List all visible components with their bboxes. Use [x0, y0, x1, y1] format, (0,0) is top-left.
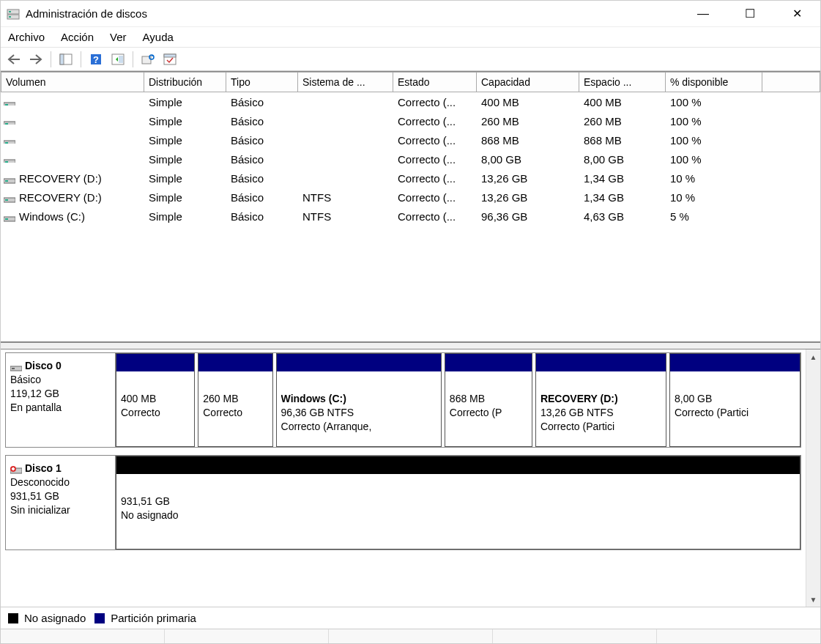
volume-capacity: 868 MB — [477, 134, 579, 147]
splitter[interactable] — [1, 342, 820, 349]
volume-icon — [4, 117, 15, 125]
close-button[interactable]: ✕ — [784, 4, 810, 24]
partition-body: 868 MBCorrecto (P — [445, 371, 532, 446]
partition-header — [277, 354, 441, 371]
volume-layout: Simple — [144, 191, 226, 204]
partitions: 400 MBCorrecto260 MBCorrectoWindows (C:)… — [116, 353, 800, 447]
col-filesystem[interactable]: Sistema de ... — [298, 72, 393, 92]
volume-name: RECOVERY (D:) — [19, 191, 102, 204]
swatch-unallocated — [8, 613, 18, 623]
volume-row[interactable]: RECOVERY (D:)SimpleBásicoNTFSCorrecto (.… — [1, 188, 820, 207]
action-button[interactable] — [109, 51, 127, 68]
disk-row[interactable]: Disco 1Desconocido931,51 GBSin inicializ… — [5, 455, 801, 550]
swatch-primary — [94, 613, 105, 623]
col-layout[interactable]: Distribución — [144, 72, 226, 92]
forward-button[interactable] — [27, 51, 45, 68]
partition-header — [536, 354, 666, 371]
col-freespace[interactable]: Espacio ... — [579, 72, 666, 92]
primary-partition[interactable]: 400 MBCorrecto — [116, 353, 195, 447]
volume-list-header: Volumen Distribución Tipo Sistema de ...… — [1, 72, 820, 92]
volume-row[interactable]: SimpleBásicoCorrecto (...260 MB260 MB100… — [1, 111, 820, 130]
col-pctfree[interactable]: % disponible — [666, 72, 762, 92]
volume-row[interactable]: SimpleBásicoCorrecto (...868 MB868 MB100… — [1, 130, 820, 149]
titlebar: Administración de discos — ☐ ✕ — [1, 1, 820, 27]
primary-partition[interactable]: RECOVERY (D:)13,26 GB NTFSCorrecto (Part… — [535, 353, 666, 447]
volume-row[interactable]: Windows (C:)SimpleBásicoNTFSCorrecto (..… — [1, 207, 820, 226]
volume-row[interactable]: RECOVERY (D:)SimpleBásicoCorrecto (...13… — [1, 169, 820, 188]
volume-free: 8,00 GB — [579, 153, 666, 166]
unallocated-partition[interactable]: 931,51 GBNo asignado — [116, 456, 800, 549]
disk-row[interactable]: Disco 0Básico119,12 GBEn pantalla400 MBC… — [5, 352, 801, 448]
volume-free: 1,34 GB — [579, 172, 666, 185]
volume-row[interactable]: SimpleBásicoCorrecto (...400 MB400 MB100… — [1, 92, 820, 111]
menu-action[interactable]: Acción — [61, 31, 94, 43]
back-button[interactable] — [5, 51, 23, 68]
disk-name: Disco 1 — [10, 462, 111, 475]
maximize-button[interactable]: ☐ — [737, 4, 763, 24]
menu-file[interactable]: Archivo — [8, 31, 45, 43]
disk-error-icon — [10, 465, 22, 472]
volume-name-cell — [1, 136, 144, 144]
volume-name-cell: Windows (C:) — [1, 210, 144, 223]
partition-status: Correcto (Arranque, — [281, 420, 436, 434]
volume-icon — [4, 193, 15, 201]
menu-help[interactable]: Ayuda — [143, 31, 174, 43]
partition-size: 400 MB — [121, 392, 190, 406]
primary-partition[interactable]: 8,00 GBCorrecto (Partici — [669, 353, 800, 447]
volume-free: 260 MB — [579, 115, 666, 127]
volume-row[interactable]: SimpleBásicoCorrecto (...8,00 GB8,00 GB1… — [1, 149, 820, 169]
primary-partition[interactable]: Windows (C:)96,36 GB NTFSCorrecto (Arran… — [276, 353, 442, 447]
svg-rect-17 — [5, 123, 8, 125]
partition-body: 8,00 GBCorrecto (Partici — [670, 371, 800, 446]
volume-name: Windows (C:) — [19, 210, 85, 223]
col-type[interactable]: Tipo — [226, 72, 298, 92]
disk-map-scroll[interactable]: Disco 0Básico119,12 GBEn pantalla400 MBC… — [1, 349, 806, 607]
volume-icon — [4, 98, 15, 106]
menu-view[interactable]: Ver — [110, 31, 127, 43]
col-volume[interactable]: Volumen — [1, 72, 144, 92]
statusbar — [1, 629, 820, 643]
scroll-up-button[interactable]: ▲ — [806, 349, 820, 364]
col-capacity[interactable]: Capacidad — [477, 72, 579, 92]
volume-layout: Simple — [144, 210, 226, 223]
partition-body: 400 MBCorrecto — [116, 371, 194, 446]
volume-capacity: 96,36 GB — [477, 210, 579, 223]
volume-free: 4,63 GB — [579, 210, 666, 223]
partition-body: 931,51 GBNo asignado — [116, 474, 800, 549]
volume-capacity: 13,26 GB — [477, 191, 579, 204]
legend-unallocated-label: No asignado — [24, 612, 86, 624]
volume-name-cell: RECOVERY (D:) — [1, 172, 144, 185]
primary-partition[interactable]: 868 MBCorrecto (P — [445, 353, 532, 447]
disk-icon — [10, 362, 22, 369]
partition-body: Windows (C:)96,36 GB NTFSCorrecto (Arran… — [277, 371, 441, 446]
window-title: Administración de discos — [26, 7, 690, 20]
show-console-tree-button[interactable] — [57, 51, 75, 68]
separator — [51, 51, 51, 67]
svg-rect-21 — [5, 161, 8, 163]
volume-layout: Simple — [144, 172, 226, 185]
svg-rect-27 — [5, 218, 8, 220]
disk-status: En pantalla — [10, 401, 111, 415]
partition-status: Correcto — [121, 406, 190, 420]
properties-button[interactable] — [161, 51, 179, 68]
volume-name-cell: RECOVERY (D:) — [1, 191, 144, 204]
col-status[interactable]: Estado — [393, 72, 477, 92]
volume-list-body[interactable]: SimpleBásicoCorrecto (...400 MB400 MB100… — [1, 92, 820, 341]
scroll-down-button[interactable]: ▼ — [806, 592, 820, 607]
refresh-button[interactable] — [139, 51, 157, 68]
volume-fs: NTFS — [298, 210, 393, 223]
svg-text:?: ? — [93, 54, 99, 65]
disk-status: Sin inicializar — [10, 503, 111, 517]
volume-status: Correcto (... — [393, 96, 477, 108]
window-controls: — ☐ ✕ — [690, 4, 814, 24]
vertical-scrollbar[interactable]: ▲ ▼ — [806, 349, 820, 607]
volume-pct: 10 % — [666, 191, 762, 204]
minimize-button[interactable]: — — [690, 4, 716, 24]
disk-size: 119,12 GB — [10, 387, 111, 401]
primary-partition[interactable]: 260 MBCorrecto — [198, 353, 272, 447]
help-button[interactable]: ? — [87, 51, 105, 68]
partition-size: 8,00 GB — [675, 392, 795, 406]
partitions: 931,51 GBNo asignado — [116, 456, 800, 549]
partition-status: Correcto — [203, 406, 267, 420]
volume-pct: 100 % — [666, 134, 762, 147]
